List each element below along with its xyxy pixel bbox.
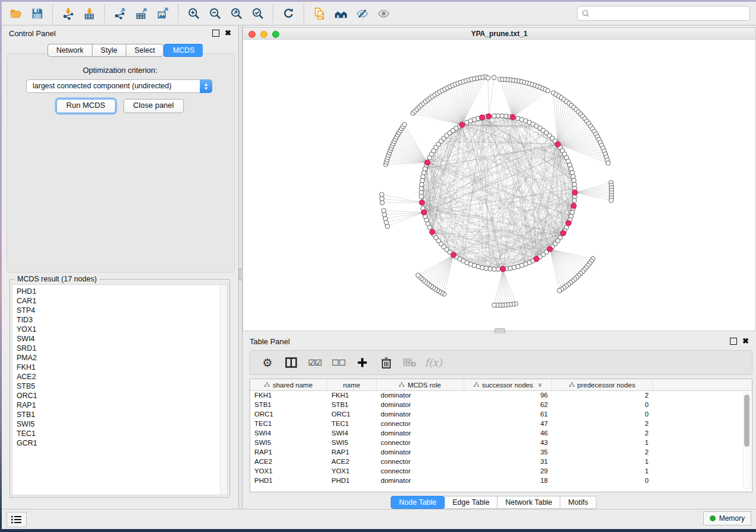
tab-network-table[interactable]: Network Table <box>497 496 560 509</box>
clone-network-icon[interactable] <box>311 5 328 23</box>
tab-edge-table[interactable]: Edge Table <box>445 496 497 509</box>
mcds-hub-node[interactable] <box>460 122 465 127</box>
close-table-panel-icon[interactable]: ✖ <box>742 338 749 344</box>
leaf-node[interactable] <box>402 122 407 127</box>
table-scrollbar-thumb[interactable] <box>744 395 749 447</box>
table-row[interactable]: YOX1YOX1connector291 <box>250 466 752 476</box>
mcds-result-item[interactable]: SWI5 <box>17 419 37 429</box>
mcds-hub-node[interactable] <box>429 229 435 235</box>
close-panel-button[interactable]: Close panel <box>123 99 184 113</box>
network-node[interactable] <box>492 114 496 118</box>
table-row[interactable]: SWI5SWI5connector431 <box>250 438 752 447</box>
mcds-list-scrollbar[interactable] <box>220 285 227 495</box>
mcds-hub-node[interactable] <box>419 200 425 205</box>
mcds-hub-node[interactable] <box>480 115 485 120</box>
column-header-name[interactable]: name <box>327 379 377 390</box>
mcds-result-item[interactable]: SRD1 <box>17 344 37 353</box>
show-all-eye-icon[interactable] <box>375 5 393 23</box>
memory-button[interactable]: Memory <box>703 511 751 525</box>
mcds-result-item[interactable]: TEC1 <box>17 429 37 438</box>
mcds-hub-node[interactable] <box>566 220 571 226</box>
mcds-hub-node[interactable] <box>547 246 553 252</box>
mcds-hub-node[interactable] <box>560 230 566 236</box>
delete-column-trash-icon[interactable] <box>378 355 394 370</box>
mcds-result-item[interactable]: ACE2 <box>17 372 37 382</box>
save-icon[interactable] <box>28 5 46 23</box>
close-panel-icon[interactable]: ✖ <box>225 30 231 36</box>
leaf-node[interactable] <box>606 161 611 165</box>
run-mcds-button[interactable]: Run MCDS <box>56 99 116 113</box>
select-all-checks-icon[interactable]: ☑☑ <box>307 355 323 370</box>
export-network-icon[interactable] <box>111 5 129 23</box>
table-row[interactable]: STB1STB1dominator620 <box>250 400 752 409</box>
export-image-icon[interactable] <box>154 5 172 23</box>
show-panels-list-icon[interactable] <box>7 512 27 527</box>
mcds-result-item[interactable]: PMA2 <box>17 353 37 363</box>
search-input[interactable] <box>593 9 749 18</box>
table-row[interactable]: TEC1TEC1connector472 <box>250 419 752 428</box>
import-table-icon[interactable] <box>81 5 98 23</box>
mcds-hub-node[interactable] <box>451 252 456 258</box>
mcds-result-item[interactable]: YOX1 <box>17 325 37 334</box>
network-frame-titlebar[interactable]: YPA_prune.txt_1 <box>243 28 755 40</box>
first-neighbors-icon[interactable] <box>332 5 350 23</box>
table-scrollbar[interactable] <box>743 392 751 489</box>
mcds-result-item[interactable]: CAR1 <box>17 296 37 306</box>
mcds-hub-node[interactable] <box>486 114 492 119</box>
leaf-node[interactable] <box>381 209 386 213</box>
tab-mcds[interactable]: MCDS <box>164 44 203 57</box>
leaf-node[interactable] <box>609 198 614 203</box>
mcds-hub-node[interactable] <box>572 190 578 195</box>
table-row[interactable]: ACE2ACE2connector311 <box>250 457 752 466</box>
mcds-result-item[interactable]: STP4 <box>17 306 37 315</box>
network-canvas[interactable] <box>243 39 755 331</box>
mcds-result-item[interactable]: GCR1 <box>17 438 37 448</box>
table-row[interactable]: FKH1FKH1dominator962 <box>250 390 752 400</box>
mcds-result-item[interactable]: FKH1 <box>17 363 37 372</box>
leaf-node[interactable] <box>486 76 490 81</box>
mcds-result-list[interactable]: PHD1CAR1STP4TID3YOX1SWI4SRD1PMA2FKH1ACE2… <box>12 284 228 495</box>
float-table-panel-icon[interactable] <box>730 338 737 345</box>
mcds-result-item[interactable]: STB5 <box>17 382 37 391</box>
open-folder-icon[interactable] <box>7 5 25 23</box>
zoom-in-icon[interactable] <box>185 5 203 23</box>
column-header-shared-name[interactable]: shared name <box>250 379 327 390</box>
float-panel-icon[interactable] <box>212 30 219 37</box>
tab-network[interactable]: Network <box>47 44 92 57</box>
vertical-splitter[interactable] <box>238 25 243 509</box>
leaf-node[interactable] <box>492 75 496 80</box>
table-row[interactable]: SWI4SWI4dominator462 <box>250 428 752 438</box>
mcds-result-item[interactable]: PHD1 <box>17 287 37 296</box>
tab-node-table[interactable]: Node Table <box>391 496 445 509</box>
zoom-fit-icon[interactable] <box>228 5 245 23</box>
criterion-dropdown[interactable]: largest connected component (undirected)… <box>26 79 212 93</box>
mcds-hub-node[interactable] <box>510 114 515 120</box>
table-row[interactable]: PHD1PHD1dominator180 <box>250 476 752 485</box>
apply-layout-refresh-icon[interactable] <box>280 5 298 23</box>
export-table-icon[interactable] <box>133 5 151 23</box>
column-header-successor-nodes[interactable]: successor nodes∨ <box>464 379 552 390</box>
import-network-icon[interactable] <box>59 5 77 23</box>
table-row[interactable]: RAP1RAP1dominator352 <box>250 447 752 457</box>
column-header-predecessor-nodes[interactable]: predecessor nodes <box>552 379 653 390</box>
deselect-all-checks-icon[interactable]: ☐☐ <box>331 355 346 370</box>
leaf-node[interactable] <box>546 88 550 93</box>
tab-select[interactable]: Select <box>126 44 164 57</box>
mcds-result-item[interactable]: STB1 <box>17 410 37 419</box>
columns-icon[interactable] <box>283 355 299 370</box>
column-header-MCDS-role[interactable]: MCDS role <box>377 379 464 390</box>
network-node[interactable] <box>572 198 577 203</box>
mcds-result-item[interactable]: TID3 <box>17 315 37 325</box>
leaf-node[interactable] <box>416 273 420 278</box>
leaf-node[interactable] <box>557 289 562 293</box>
add-column-icon[interactable] <box>355 355 370 370</box>
gear-icon[interactable]: ⚙ <box>260 355 275 370</box>
hide-selected-eye-slash-icon[interactable] <box>353 5 371 23</box>
mcds-result-item[interactable]: ORC1 <box>17 391 37 400</box>
mcds-hub-node[interactable] <box>534 256 539 261</box>
mcds-result-item[interactable]: RAP1 <box>17 400 37 410</box>
mcds-hub-node[interactable] <box>571 203 576 209</box>
mcds-hub-node[interactable] <box>421 210 426 215</box>
mcds-hub-node[interactable] <box>555 142 560 147</box>
tab-motifs[interactable]: Motifs <box>560 496 596 509</box>
